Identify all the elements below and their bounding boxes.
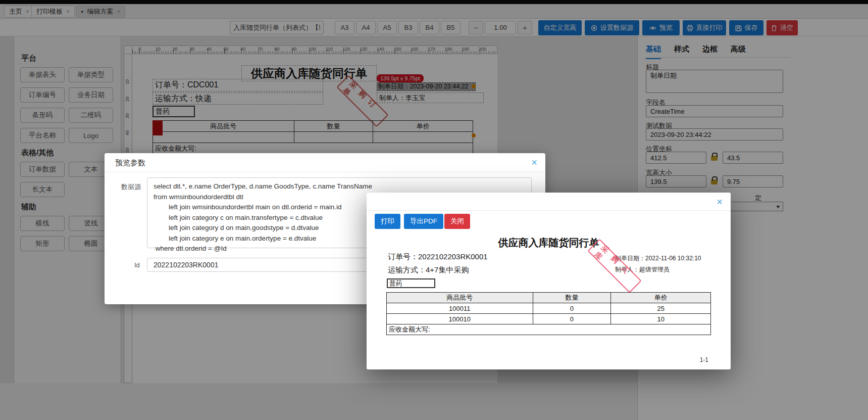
cell-batch: 100011 [387,303,533,314]
cell-qty: 0 [533,314,611,324]
preview-doc-title: 供应商入库随货同行单 [367,236,731,250]
modal-header: × [367,193,731,211]
preview-drug-type: 普药 [387,278,435,288]
datasource-label: 数据源 [121,182,141,192]
export-pdf-button[interactable]: 导出PDF [404,214,443,229]
cell-price: 25 [611,303,711,314]
modal-title: 预览参数 [115,158,145,168]
print-button[interactable]: 打印 [375,214,400,229]
cell-price: 10 [611,314,711,324]
col-quantity: 数量 [533,293,611,303]
preview-make-date: 制单日期：2022-11-06 10:32:10 [615,254,701,263]
table-row: 100010 0 10 [387,314,711,324]
close-button[interactable]: 关闭 [444,214,470,229]
modal-header: 预览参数 × [105,153,545,172]
table-amount-row: 应收金额大写: [387,324,711,335]
page-indicator: 1-1 [700,356,708,363]
table-row: 100011 0 25 [387,303,711,314]
print-preview-modal: × 打印 导出PDF 关闭 供应商入库随货同行单 订单号：2022102203R… [367,193,731,369]
preview-transport: 运输方式：4+7集中采购 [388,265,469,275]
cell-qty: 0 [533,303,611,314]
amount-in-words: 应收金额大写: [387,324,711,335]
close-icon[interactable]: × [531,157,537,168]
cell-batch: 100010 [387,314,533,324]
close-icon[interactable]: × [717,196,723,207]
col-batch-no: 商品批号 [387,293,533,303]
preview-detail-table: 商品批号 数量 单价 100011 0 25 100010 0 10 应收金额大… [386,292,711,335]
table-header-row: 商品批号 数量 单价 [387,293,711,303]
preview-order-no: 订单号：2022102203RK0001 [388,252,488,262]
col-unit-price: 单价 [611,293,711,303]
id-label: Id [134,261,140,269]
